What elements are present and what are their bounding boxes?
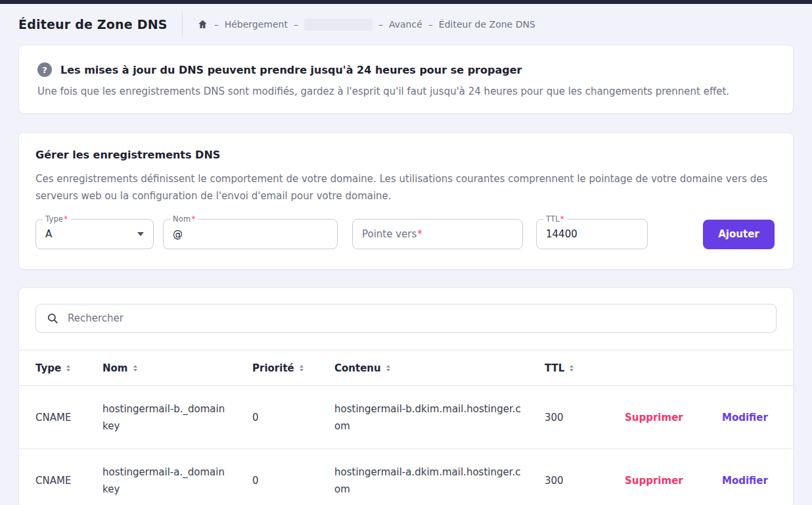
cell-type: CNAME: [35, 472, 102, 489]
points-to-field[interactable]: Pointe vers*: [352, 219, 523, 249]
search-icon: [47, 312, 58, 324]
column-header-nom[interactable]: Nom: [102, 362, 252, 374]
ttl-label: TTL*: [543, 214, 567, 224]
edit-record-link[interactable]: Modifier: [722, 475, 768, 487]
cell-nom: hostingermail-b._domainkey: [102, 400, 252, 435]
dns-records-card: Type Nom Priorité Contenu TTL CNAME host…: [18, 287, 794, 505]
chevron-down-icon: [137, 232, 144, 236]
sort-icon: [133, 365, 137, 372]
cell-priorite: 0: [252, 472, 334, 489]
table-row: CNAME hostingermail-a._domainkey 0 hosti…: [19, 449, 793, 505]
manage-dns-records-card: Gérer les enregistrements DNS Ces enregi…: [18, 132, 794, 270]
records-table-header: Type Nom Priorité Contenu TTL: [19, 350, 793, 386]
breadcrumb-separator: –: [428, 19, 433, 30]
column-header-contenu[interactable]: Contenu: [334, 362, 545, 374]
required-asterisk: *: [191, 214, 195, 224]
required-asterisk: *: [560, 214, 564, 224]
question-icon: ?: [37, 62, 52, 77]
column-header-type[interactable]: Type: [35, 362, 102, 374]
name-value: @: [173, 228, 183, 240]
cell-type: CNAME: [35, 409, 102, 426]
required-asterisk: *: [64, 214, 68, 224]
breadcrumb-separator: –: [378, 19, 383, 30]
notice-title: Les mises à jour du DNS peuvent prendre …: [60, 64, 522, 76]
delete-record-link[interactable]: Supprimer: [625, 412, 683, 423]
column-header-priorite[interactable]: Priorité: [252, 362, 334, 374]
add-record-button[interactable]: Ajouter: [703, 220, 775, 249]
breadcrumb-domain-redacted[interactable]: [304, 18, 372, 31]
sort-icon: [66, 365, 70, 372]
name-label: Nom*: [170, 214, 198, 224]
breadcrumb-item-hebergement[interactable]: Hébergement: [225, 19, 288, 30]
cell-contenu: hostingermail-a.dkim.mail.hostinger.com: [334, 464, 545, 498]
home-icon[interactable]: [197, 19, 208, 30]
ttl-field[interactable]: TTL* 14400: [536, 219, 648, 249]
name-field[interactable]: Nom* @: [163, 219, 338, 249]
breadcrumb-separator: –: [294, 19, 298, 30]
sort-icon: [570, 365, 574, 372]
type-select[interactable]: Type* A: [35, 219, 154, 249]
type-label: Type*: [43, 214, 70, 224]
ttl-value: 14400: [546, 228, 577, 240]
page-header: Éditeur de Zone DNS – Hébergement – – Av…: [0, 4, 812, 45]
search-bar[interactable]: [35, 304, 777, 333]
notice-description: Une fois que les enregistrements DNS son…: [37, 85, 775, 97]
breadcrumb: – Hébergement – – Avancé – Éditeur de Zo…: [197, 18, 535, 31]
manage-title: Gérer les enregistrements DNS: [35, 149, 775, 161]
header-divider: [182, 12, 183, 37]
column-header-ttl[interactable]: TTL: [545, 362, 625, 374]
sort-icon: [386, 365, 390, 372]
dns-propagation-notice: ? Les mises à jour du DNS peuvent prendr…: [18, 45, 794, 114]
search-input[interactable]: [68, 312, 765, 324]
breadcrumb-item-avance[interactable]: Avancé: [389, 19, 422, 30]
cell-priorite: 0: [252, 409, 334, 426]
breadcrumb-separator: –: [214, 19, 219, 30]
breadcrumb-item-current: Éditeur de Zone DNS: [439, 19, 535, 30]
page-title: Éditeur de Zone DNS: [18, 17, 168, 32]
cell-contenu: hostingermail-b.dkim.mail.hostinger.com: [334, 400, 545, 435]
sort-icon: [300, 365, 304, 372]
cell-ttl: 300: [545, 409, 625, 426]
points-to-placeholder: Pointe vers*: [362, 228, 422, 240]
edit-record-link[interactable]: Modifier: [722, 412, 768, 423]
table-row: CNAME hostingermail-b._domainkey 0 hosti…: [19, 386, 793, 449]
type-value: A: [45, 228, 52, 240]
delete-record-link[interactable]: Supprimer: [625, 475, 683, 487]
cell-nom: hostingermail-a._domainkey: [102, 464, 252, 498]
cell-ttl: 300: [545, 472, 625, 489]
required-asterisk: *: [417, 228, 422, 240]
add-record-form: Type* A Nom* @ Pointe vers* TTL* 14400 A…: [35, 219, 775, 249]
manage-description: Ces enregistrements définissent le compo…: [35, 170, 775, 204]
